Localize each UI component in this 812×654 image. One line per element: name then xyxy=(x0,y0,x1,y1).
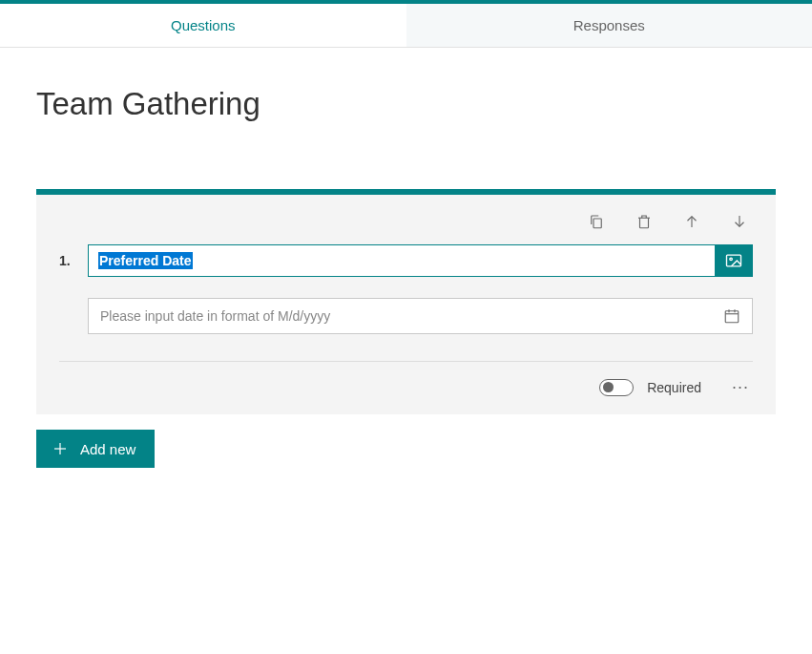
form-container: Team Gathering xyxy=(0,48,812,487)
question-footer: Required ··· xyxy=(59,361,753,397)
ellipsis-icon: ··· xyxy=(732,377,749,397)
form-title[interactable]: Team Gathering xyxy=(36,86,776,122)
svg-rect-0 xyxy=(593,219,601,228)
question-text-input[interactable]: Preferred Date xyxy=(88,244,715,277)
question-input-wrap: Preferred Date xyxy=(88,244,753,277)
move-up-button[interactable] xyxy=(682,212,701,231)
image-icon xyxy=(724,251,743,270)
add-new-button[interactable]: Add new xyxy=(36,430,155,468)
date-answer-row: Please input date in format of M/d/yyyy xyxy=(88,298,753,334)
insert-media-button[interactable] xyxy=(715,244,753,277)
toggle-knob xyxy=(603,382,614,392)
delete-question-button[interactable] xyxy=(635,212,654,231)
trash-icon xyxy=(635,213,653,230)
calendar-icon xyxy=(723,307,740,325)
date-placeholder-text: Please input date in format of M/d/yyyy xyxy=(100,308,723,324)
more-options-button[interactable]: ··· xyxy=(728,377,753,397)
plus-icon xyxy=(52,440,69,457)
arrow-up-icon xyxy=(683,213,700,230)
question-number: 1. xyxy=(59,253,76,268)
svg-point-2 xyxy=(730,258,733,261)
form-tabs: Questions Responses xyxy=(0,4,812,48)
required-toggle[interactable] xyxy=(599,379,634,396)
copy-question-button[interactable] xyxy=(587,212,606,231)
add-new-label: Add new xyxy=(80,441,135,457)
question-row: 1. Preferred Date xyxy=(59,244,753,277)
question-text-selected: Preferred Date xyxy=(98,252,193,269)
tab-questions[interactable]: Questions xyxy=(0,4,406,47)
date-input-preview: Please input date in format of M/d/yyyy xyxy=(88,298,753,334)
tab-responses[interactable]: Responses xyxy=(406,4,813,47)
question-toolbar xyxy=(59,208,753,244)
move-down-button[interactable] xyxy=(730,212,749,231)
svg-rect-3 xyxy=(725,311,739,323)
arrow-down-icon xyxy=(731,213,748,230)
question-card: 1. Preferred Date Please input date in f… xyxy=(36,189,776,414)
copy-icon xyxy=(588,213,605,230)
required-label: Required xyxy=(647,380,701,395)
